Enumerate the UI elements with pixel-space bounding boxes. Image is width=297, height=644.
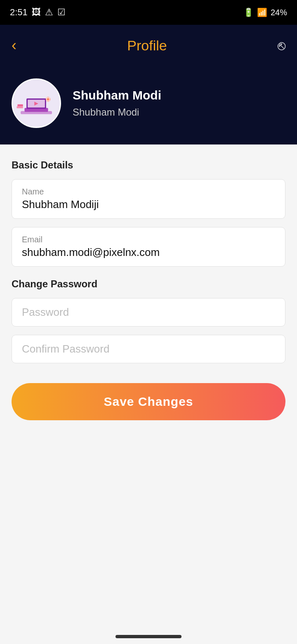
logout-icon: ⎋ — [278, 38, 285, 53]
change-password-title: Change Password — [12, 278, 285, 290]
back-icon: ‹ — [12, 37, 16, 54]
wifi-icon: 📶 — [257, 7, 267, 17]
email-input[interactable] — [22, 246, 275, 259]
home-indicator — [116, 635, 182, 638]
avatar[interactable] — [12, 78, 61, 128]
name-input[interactable] — [22, 198, 275, 211]
confirm-password-input[interactable] — [22, 343, 275, 355]
battery-percent: 24% — [271, 8, 287, 17]
svg-rect-6 — [17, 107, 23, 109]
app-bar-title: Profile — [127, 38, 167, 54]
save-changes-button[interactable]: Save Changes — [12, 383, 285, 420]
confirm-password-field-card — [12, 335, 285, 363]
profile-info: Shubham Modi Shubham Modi — [73, 88, 161, 118]
name-label: Name — [22, 187, 275, 197]
profile-header: Shubham Modi Shubham Modi — [0, 66, 297, 144]
app-bar: ‹ Profile ⎋ — [0, 25, 297, 66]
back-button[interactable]: ‹ — [12, 37, 16, 54]
email-field-card: Email — [12, 227, 285, 267]
password-field-card — [12, 298, 285, 327]
basic-details-section: Basic Details Name Email — [12, 159, 285, 267]
status-bar: 2:51 🖼 ⚠ ☑ 🔋 📶 24% — [0, 0, 297, 25]
check-icon: ☑ — [57, 7, 66, 18]
name-field-card: Name — [12, 179, 285, 219]
change-password-section: Change Password — [12, 278, 285, 363]
status-right-icons: 🔋 📶 24% — [243, 7, 287, 17]
image-icon: 🖼 — [32, 7, 41, 18]
email-label: Email — [22, 235, 275, 244]
profile-username: Shubham Modi — [73, 107, 161, 118]
logout-button[interactable]: ⎋ — [278, 38, 285, 53]
status-time: 2:51 — [10, 7, 28, 18]
password-input[interactable] — [22, 306, 275, 319]
svg-rect-7 — [17, 104, 23, 107]
status-time-area: 2:51 🖼 ⚠ ☑ — [10, 7, 66, 18]
main-content: Basic Details Name Email Change Password… — [0, 144, 297, 445]
battery-icon: 🔋 — [243, 7, 254, 17]
basic-details-title: Basic Details — [12, 159, 285, 171]
profile-display-name: Shubham Modi — [73, 88, 161, 102]
alert-icon: ⚠ — [45, 7, 53, 18]
